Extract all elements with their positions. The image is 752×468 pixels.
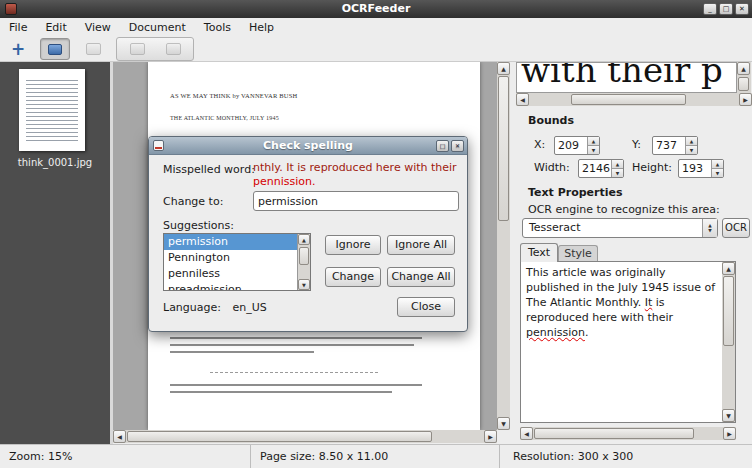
combo-arrows-icon: ▲ ▼	[702, 219, 717, 237]
text-line	[170, 344, 414, 346]
scrollbar-thumb[interactable]	[738, 77, 749, 91]
minimize-icon[interactable]: _	[703, 3, 717, 15]
page-size-status: Page size: 8.50 x 11.00	[250, 445, 499, 468]
dialog-restore-icon[interactable]: □	[436, 140, 449, 152]
tab-style[interactable]: Style	[558, 245, 598, 262]
misspelled-context: nthly. It is reproduced here with their …	[253, 161, 465, 189]
bounds-x-spinner[interactable]: 209 ▲ ▼	[554, 136, 600, 155]
suggestions-label: Suggestions:	[163, 219, 234, 232]
check-spelling-dialog: Check spelling □ ✕ Misspelled word: nthl…	[148, 136, 468, 332]
text-part: This article was originally published in…	[526, 266, 715, 309]
spin-down-icon[interactable]: ▼	[712, 168, 723, 177]
export-button-disabled	[81, 38, 105, 60]
spin-up-icon[interactable]: ▲	[712, 160, 723, 168]
text-line	[170, 351, 314, 353]
scroll-right-icon[interactable]: ▶	[484, 430, 497, 443]
spin-down-icon[interactable]: ▼	[612, 168, 623, 177]
scrollbar-thumb[interactable]	[299, 247, 309, 265]
tab-text[interactable]: Text	[520, 243, 558, 262]
scroll-up-icon[interactable]: ▲	[497, 62, 510, 75]
menu-edit[interactable]: Edit	[36, 18, 75, 37]
detect-areas-button[interactable]	[40, 38, 70, 60]
bounds-width-value: 2146	[582, 160, 610, 177]
ocr-button[interactable]: OCR	[722, 218, 750, 238]
scroll-left-icon[interactable]: ◀	[516, 93, 529, 106]
textarea-vertical-scrollbar[interactable]: ▲ ▼	[722, 262, 735, 422]
suggestions-scrollbar[interactable]: ▲ ▼	[297, 234, 310, 290]
scroll-right-icon[interactable]: ▶	[739, 93, 752, 106]
window-title: OCRFeeder	[0, 0, 752, 18]
scrollbar-thumb[interactable]	[127, 431, 432, 442]
document-horizontal-scrollbar[interactable]: ◀ ▶	[113, 430, 497, 443]
scrollbar-thumb[interactable]	[498, 76, 509, 221]
spin-down-icon[interactable]: ▼	[686, 145, 697, 154]
scrollbar-thumb[interactable]	[534, 428, 694, 439]
change-to-input[interactable]	[253, 191, 459, 211]
suggestion-item[interactable]: penniless	[164, 266, 298, 282]
page-tools-group	[116, 37, 194, 61]
preview-horizontal-scrollbar[interactable]: ◀ ▶	[516, 93, 752, 106]
scroll-up-icon[interactable]: ▲	[737, 62, 750, 75]
page-thumbnail[interactable]	[19, 69, 85, 151]
next-page-button-disabled	[161, 38, 185, 60]
thumbnail-label: think_0001.jpg	[0, 157, 110, 168]
area-properties-panel: with their p ▲ ◀ ▶ Bounds X: 209 ▲ ▼ Y: …	[516, 62, 752, 444]
scroll-down-icon[interactable]: ▼	[722, 409, 735, 422]
ocr-text-content: This article was originally published in…	[526, 265, 718, 340]
scroll-right-icon[interactable]: ▶	[723, 427, 736, 440]
menu-document[interactable]: Document	[120, 18, 195, 37]
suggestion-item[interactable]: Pennington	[164, 250, 298, 266]
suggestions-list[interactable]: permission Pennington penniless preadmis…	[163, 233, 311, 291]
text-properties-title: Text Properties	[528, 186, 623, 199]
scrollbar-thumb[interactable]	[723, 276, 734, 346]
scroll-down-icon[interactable]: ▼	[298, 279, 310, 290]
change-button[interactable]: Change	[325, 267, 381, 287]
page-paragraph-lines	[170, 330, 422, 358]
ocrfeeder-window: OCRFeeder _ □ ✕ File Edit View Document …	[0, 0, 752, 468]
close-icon[interactable]: ✕	[735, 3, 749, 15]
menu-view[interactable]: View	[76, 18, 120, 37]
spin-buttons: ▲ ▼	[685, 137, 697, 154]
suggestion-item[interactable]: preadmission	[164, 282, 298, 291]
add-image-button[interactable]: +	[7, 38, 29, 60]
textarea-horizontal-scrollbar[interactable]: ◀ ▶	[520, 427, 736, 440]
ignore-button[interactable]: Ignore	[325, 235, 381, 255]
spin-up-icon[interactable]: ▲	[612, 160, 623, 168]
bounds-y-spinner[interactable]: 737 ▲ ▼	[652, 136, 698, 155]
bounds-width-spinner[interactable]: 2146 ▲ ▼	[578, 159, 624, 178]
menu-tools[interactable]: Tools	[195, 18, 240, 37]
spin-down-icon[interactable]: ▼	[588, 145, 599, 154]
scrollbar-thumb[interactable]	[571, 94, 686, 105]
menu-file[interactable]: File	[0, 18, 36, 37]
change-all-button[interactable]: Change All	[387, 267, 455, 287]
scroll-left-icon[interactable]: ◀	[520, 427, 533, 440]
ignore-all-button[interactable]: Ignore All	[387, 235, 455, 255]
scroll-left-icon[interactable]: ◀	[113, 430, 126, 443]
menu-help[interactable]: Help	[240, 18, 283, 37]
document-vertical-scrollbar[interactable]: ▲ ▼	[497, 62, 510, 430]
ocr-text-area[interactable]: This article was originally published in…	[520, 261, 736, 423]
area-preview[interactable]: with their p	[516, 62, 737, 93]
page-paragraph-lines-2	[170, 384, 422, 398]
suggestion-item-selected[interactable]: permission	[164, 234, 298, 250]
misspelled-word: pennission	[526, 326, 585, 339]
window-titlebar[interactable]: OCRFeeder _ □ ✕	[0, 0, 752, 18]
dialog-titlebar[interactable]: Check spelling □ ✕	[149, 137, 467, 155]
ocr-engine-select[interactable]: Tesseract ▲ ▼	[522, 218, 718, 238]
close-button[interactable]: Close	[397, 297, 455, 317]
spin-up-icon[interactable]: ▲	[686, 137, 697, 145]
scroll-up-icon[interactable]: ▲	[298, 234, 310, 245]
prev-page-button-disabled	[125, 38, 149, 60]
bounds-height-spinner[interactable]: 193 ▲ ▼	[678, 159, 724, 178]
maximize-icon[interactable]: □	[719, 3, 733, 15]
preview-vertical-scrollbar[interactable]: ▲	[737, 62, 751, 93]
scroll-up-icon[interactable]: ▲	[722, 262, 735, 275]
spin-buttons: ▲ ▼	[587, 137, 599, 154]
spin-up-icon[interactable]: ▲	[588, 137, 599, 145]
text-part: .	[585, 326, 589, 339]
scroll-down-icon[interactable]: ▼	[497, 417, 510, 430]
bounds-title: Bounds	[528, 114, 574, 127]
language-value: en_US	[233, 301, 267, 314]
page-icon	[166, 43, 181, 55]
dialog-close-icon[interactable]: ✕	[451, 140, 464, 152]
